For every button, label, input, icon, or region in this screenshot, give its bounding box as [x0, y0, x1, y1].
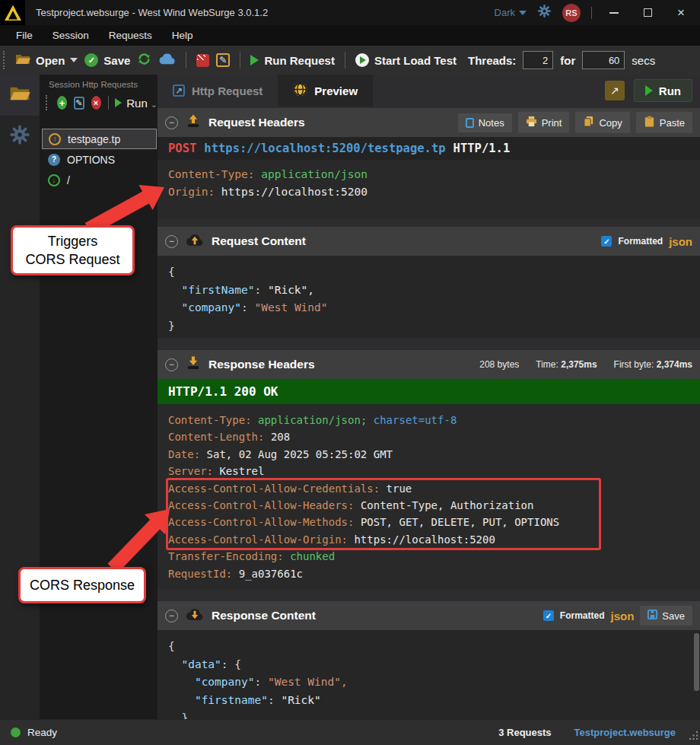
settings-tab[interactable]: [0, 116, 40, 157]
list-item-label: /: [67, 174, 70, 186]
run-button[interactable]: Run: [634, 79, 692, 102]
notes-label: Notes: [479, 117, 504, 129]
http-method: POST: [168, 142, 196, 155]
status-ready-icon: [11, 727, 21, 737]
settings-gear-icon[interactable]: [537, 4, 552, 21]
formatted-checkbox[interactable]: ✓: [601, 236, 612, 247]
panel-grip[interactable]: [46, 95, 49, 110]
paste-button[interactable]: Paste: [636, 112, 692, 133]
tab-preview[interactable]: Preview: [278, 75, 373, 107]
main-content: ↗ Http Request Preview ↗ Run − Request H…: [158, 75, 700, 719]
menu-help[interactable]: Help: [164, 27, 202, 44]
collapse-icon[interactable]: −: [165, 116, 178, 129]
formatted-checkbox[interactable]: ✓: [543, 610, 554, 621]
json-line: }: [168, 317, 700, 336]
capture-icon[interactable]: [196, 54, 209, 67]
play-icon: [115, 98, 122, 107]
menu-file[interactable]: File: [8, 27, 41, 44]
section-title: Response Headers: [208, 358, 315, 371]
resize-grip-icon[interactable]: [689, 730, 698, 743]
json-line: },: [168, 709, 700, 719]
json-line: "data": {: [168, 656, 700, 674]
open-button[interactable]: Open: [15, 53, 78, 68]
delete-request-button[interactable]: ×: [91, 96, 101, 110]
json-line: "firstName": "Rick",: [168, 282, 700, 300]
minimize-button[interactable]: [603, 4, 625, 22]
window-title: Testproject.websurge - West Wind WebSurg…: [36, 7, 268, 18]
save-icon: [648, 610, 657, 622]
session-panel: Session Http Requests + ✎ × Run ⌄ ↑ test…: [40, 75, 158, 719]
paste-label: Paste: [660, 117, 685, 129]
list-item-options[interactable]: ? OPTIONS: [42, 149, 157, 170]
edit-pencil-icon[interactable]: ✎: [216, 53, 230, 67]
maximize-button[interactable]: [636, 4, 659, 22]
run-request-button[interactable]: Run Request: [250, 54, 335, 67]
play-icon: [250, 55, 259, 65]
add-request-button[interactable]: +: [57, 96, 67, 110]
save-label: Save: [103, 54, 130, 67]
folder-open-icon: [15, 53, 30, 68]
refresh-icon[interactable]: [137, 52, 151, 69]
theme-selector[interactable]: Dark: [495, 7, 527, 18]
header-line: Date: Sat, 02 Aug 2025 05:25:02 GMT: [168, 446, 700, 463]
toolbar-grip[interactable]: [3, 51, 7, 69]
scrollbar-thumb[interactable]: [694, 633, 699, 691]
folder-open-icon: [9, 85, 30, 105]
chevron-down-icon: [519, 11, 527, 15]
notes-button[interactable]: Notes: [458, 113, 512, 132]
cloud-upload-icon: [186, 234, 204, 250]
circle-play-icon: [355, 53, 369, 67]
menu-session[interactable]: Session: [44, 27, 97, 44]
json-line: {: [168, 638, 700, 656]
cors-response-callout: CORS Response: [18, 567, 146, 603]
header-line: Transfer-Encoding: chunked: [168, 548, 700, 565]
duration-input[interactable]: [582, 51, 625, 69]
collapse-icon[interactable]: −: [165, 235, 178, 248]
app-logo-icon: [0, 0, 25, 25]
print-button[interactable]: Print: [518, 112, 570, 133]
request-line: POST https://localhost:5200/testpage.tp …: [158, 137, 700, 160]
close-button[interactable]: ×: [670, 4, 692, 22]
save-button[interactable]: ✓ Save: [84, 53, 130, 67]
session-panel-title: Session Http Requests: [40, 75, 158, 89]
project-link[interactable]: Testproject.websurge: [574, 727, 676, 738]
save-check-icon: ✓: [84, 53, 98, 67]
section-title: Response Content: [212, 609, 316, 622]
chevron-down-icon: [70, 58, 78, 62]
cors-headers-highlight-box: [166, 478, 601, 550]
save-response-button[interactable]: Save: [640, 606, 692, 626]
start-load-test-button[interactable]: Start Load Test: [355, 53, 457, 67]
minimize-icon: [609, 12, 619, 14]
json-logo: json: [611, 610, 635, 622]
external-link-icon: ↗: [173, 84, 185, 97]
popout-button[interactable]: ↗: [605, 81, 625, 100]
request-headers-content: Content-Type: application/json Origin: h…: [158, 160, 700, 219]
list-item-root[interactable]: ↓ /: [42, 170, 157, 190]
threads-input[interactable]: [523, 51, 553, 69]
response-time: Time: 2,375ms: [536, 359, 597, 370]
request-url: https://localhost:5200/testpage.tp: [204, 142, 445, 155]
request-content-body: { "firstName": "Rick", "company": "West …: [158, 256, 700, 338]
first-byte-time: First byte: 2,374ms: [614, 359, 692, 370]
json-line: "company": "West Wind": [168, 299, 700, 317]
user-avatar[interactable]: RS: [562, 4, 581, 22]
run-button-label: Run: [659, 84, 681, 97]
tab-http-request[interactable]: ↗ Http Request: [158, 75, 278, 107]
threads-label: Threads:: [468, 54, 516, 67]
header-line: RequestId: 9_a037661c: [168, 565, 700, 582]
collapse-icon[interactable]: −: [165, 610, 178, 622]
collapse-icon[interactable]: −: [165, 358, 178, 371]
list-item-testpage[interactable]: ↑ testpage.tp: [42, 129, 157, 149]
http-status-line: HTTP/1.1 200 OK: [158, 379, 700, 404]
session-run-button[interactable]: Run ⌄: [115, 97, 158, 110]
json-line: "company": "West Wind",: [168, 673, 700, 692]
open-label: Open: [36, 54, 65, 67]
menu-requests[interactable]: Requests: [100, 27, 161, 44]
session-run-label: Run: [126, 97, 148, 110]
sessions-folder-tab[interactable]: [0, 75, 40, 116]
copy-icon: [583, 116, 594, 129]
cloud-icon[interactable]: [158, 53, 176, 68]
edit-request-button[interactable]: ✎: [74, 97, 84, 110]
copy-button[interactable]: Copy: [575, 112, 629, 133]
header-line: Origin: https://localhost:5200: [168, 183, 700, 201]
